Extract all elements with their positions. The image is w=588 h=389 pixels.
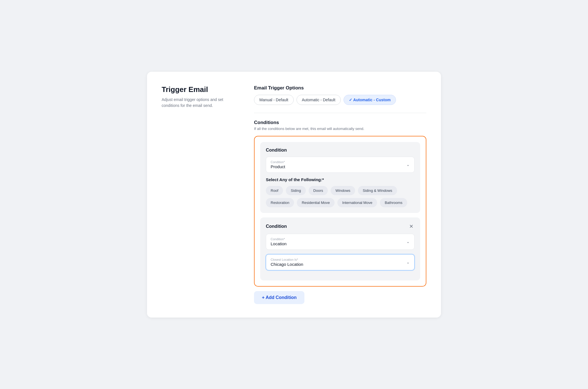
condition-2-close-button[interactable]: ✕ — [408, 223, 415, 230]
condition-1-type-value: Product — [271, 164, 285, 169]
trigger-options-group: Manual - Default Automatic - Default ✓ A… — [254, 95, 426, 105]
tag-siding[interactable]: Siding — [286, 186, 306, 195]
condition-1-title: Condition — [266, 148, 287, 153]
condition-2-title: Condition — [266, 224, 287, 229]
section-divider — [254, 113, 426, 113]
condition-2-type-label: Condition* — [271, 237, 287, 241]
condition-2-location-select[interactable]: Closest Location Is* Chicago Location ⌄ — [266, 254, 415, 270]
tag-bathrooms[interactable]: Bathrooms — [380, 198, 407, 207]
tag-doors[interactable]: Doors — [309, 186, 328, 195]
tag-restoration[interactable]: Restoration — [266, 198, 294, 207]
condition-2-location-label: Closest Location Is* — [271, 258, 303, 261]
tag-residential-move[interactable]: Residential Move — [297, 198, 335, 207]
condition-2-type-value: Location — [271, 241, 287, 246]
left-panel: Trigger Email Adjust email trigger optio… — [162, 85, 240, 304]
main-card: Trigger Email Adjust email trigger optio… — [147, 72, 441, 318]
condition-1-following-label: Select Any of the Following:* — [266, 177, 415, 182]
page-title: Trigger Email — [162, 85, 240, 94]
trigger-options-title: Email Trigger Options — [254, 85, 426, 91]
tag-roof[interactable]: Roof — [266, 186, 283, 195]
tag-windows[interactable]: Windows — [331, 186, 355, 195]
trigger-automatic-custom-button[interactable]: ✓ Automatic - Custom — [344, 95, 396, 105]
right-panel: Email Trigger Options Manual - Default A… — [254, 85, 426, 304]
condition-block-2: Condition ✕ Condition* Location ⌄ Closes… — [260, 217, 420, 280]
checkmark-icon: ✓ — [349, 98, 353, 102]
condition-2-type-select[interactable]: Condition* Location ⌄ — [266, 234, 415, 250]
condition-1-tags: Roof Siding Doors Windows Siding & Windo… — [266, 186, 415, 207]
condition-1-header: Condition — [266, 148, 415, 153]
condition-1-type-select[interactable]: Condition* Product ⌄ — [266, 157, 415, 173]
conditions-title: Conditions — [254, 120, 426, 125]
condition-2-header: Condition ✕ — [266, 223, 415, 230]
conditions-wrapper: Condition Condition* Product ⌄ Select An… — [254, 136, 426, 287]
tag-international-move[interactable]: International Move — [337, 198, 377, 207]
add-condition-button[interactable]: + Add Condition — [254, 291, 304, 304]
conditions-subtitle: If all the conditions below are met, thi… — [254, 127, 426, 131]
condition-block-1: Condition Condition* Product ⌄ Select An… — [260, 142, 420, 213]
condition-1-type-label: Condition* — [271, 160, 285, 164]
condition-2-location-value: Chicago Location — [271, 262, 303, 267]
chevron-down-icon: ⌄ — [406, 162, 410, 167]
page-description: Adjust email trigger options and set con… — [162, 97, 240, 109]
tag-siding-windows[interactable]: Siding & Windows — [358, 186, 397, 195]
trigger-manual-button[interactable]: Manual - Default — [254, 95, 294, 105]
chevron-down-icon-2: ⌄ — [406, 239, 410, 244]
chevron-down-icon-3: ⌄ — [406, 260, 410, 264]
trigger-automatic-default-button[interactable]: Automatic - Default — [297, 95, 341, 105]
